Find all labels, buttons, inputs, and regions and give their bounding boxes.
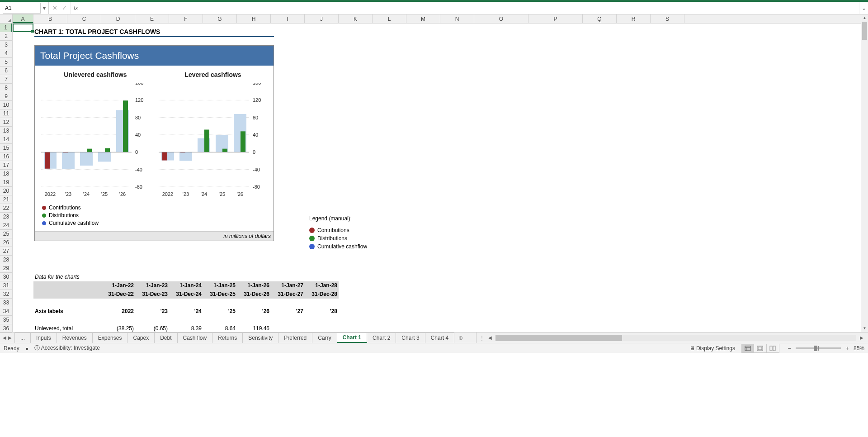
cells-area[interactable]: CHART 1: TOTAL PROJECT CASHFLOWS Total P…	[13, 24, 861, 332]
data-cell[interactable]: '24	[169, 307, 203, 316]
tab-nav-prev-icon[interactable]: ◀	[3, 335, 6, 340]
row-header[interactable]: 19	[0, 178, 12, 187]
zoom-level[interactable]: 85%	[854, 345, 864, 352]
row-header[interactable]: 22	[0, 204, 12, 213]
zoom-out-button[interactable]: −	[786, 345, 793, 352]
data-cell[interactable]: (38.25)	[101, 324, 135, 332]
data-cell[interactable]: 31-Dec-26	[237, 290, 271, 299]
row-header[interactable]: 34	[0, 307, 12, 316]
row-header[interactable]: 5	[0, 58, 12, 66]
zoom-in-button[interactable]: +	[844, 345, 851, 352]
row-header[interactable]: 29	[0, 264, 12, 273]
name-box-dropdown[interactable]: ▾	[41, 5, 48, 11]
column-header[interactable]: N	[440, 14, 474, 23]
scroll-up-icon[interactable]: ▲	[861, 14, 868, 22]
row-header[interactable]: 11	[0, 109, 12, 118]
data-cell[interactable]: 1-Jan-23	[135, 281, 169, 290]
column-header[interactable]: E	[135, 14, 169, 23]
data-cell[interactable]: 31-Dec-22	[101, 290, 135, 299]
row-header[interactable]: 3	[0, 41, 12, 49]
row-header[interactable]: 35	[0, 316, 12, 324]
column-header[interactable]: L	[373, 14, 406, 23]
sheet-tab[interactable]: Chart 2	[367, 332, 396, 343]
row-header[interactable]: 20	[0, 187, 12, 195]
display-settings-button[interactable]: 🖥 Display Settings	[689, 345, 735, 352]
horizontal-scrollbar[interactable]: ⋮ ◀ ▶	[476, 332, 868, 343]
row-header[interactable]: 33	[0, 299, 12, 307]
column-header[interactable]: Q	[583, 14, 617, 23]
row-header[interactable]: 17	[0, 161, 12, 170]
row-header[interactable]: 15	[0, 144, 12, 152]
row-header[interactable]: 9	[0, 92, 12, 101]
data-cell[interactable]: 31-Dec-24	[169, 290, 203, 299]
column-header[interactable]: K	[339, 14, 373, 23]
row-header[interactable]: 6	[0, 66, 12, 75]
data-cell[interactable]: Data for the charts	[33, 273, 124, 281]
row-header[interactable]: 8	[0, 84, 12, 92]
data-cell[interactable]: Axis labels	[33, 307, 88, 316]
column-header[interactable]: F	[169, 14, 203, 23]
sheet-tab[interactable]: Chart 4	[425, 332, 454, 343]
data-cell[interactable]: 1-Jan-26	[237, 281, 271, 290]
row-header[interactable]: 26	[0, 238, 12, 247]
sheet-tab[interactable]: Carry	[312, 332, 337, 343]
column-header[interactable]: A	[13, 14, 33, 23]
row-header[interactable]: 32	[0, 290, 12, 299]
row-header[interactable]: 18	[0, 170, 12, 178]
sheet-tab[interactable]: Preferred	[278, 332, 312, 343]
row-header[interactable]: 4	[0, 49, 12, 58]
sheet-tab[interactable]: Chart 3	[396, 332, 425, 343]
scroll-left-icon[interactable]: ◀	[486, 335, 494, 340]
zoom-slider[interactable]	[796, 347, 841, 349]
fx-icon[interactable]: fx	[71, 5, 80, 11]
row-header[interactable]: 7	[0, 75, 12, 84]
row-header[interactable]: 1	[0, 24, 12, 32]
row-header[interactable]: 16	[0, 152, 12, 161]
data-cell[interactable]: 31-Dec-28	[305, 290, 339, 299]
row-header[interactable]: 25	[0, 230, 12, 238]
sheet-tab[interactable]: Inputs	[31, 332, 57, 343]
chart-panel[interactable]: Total Project Cashflows Unlevered cashfl…	[34, 45, 274, 241]
data-cell[interactable]: Unlevered, total	[33, 324, 97, 332]
accessibility-status[interactable]: ⓘ Accessibility: Investigate	[34, 344, 100, 352]
data-cell[interactable]: '28	[305, 307, 339, 316]
data-cell[interactable]: (0.65)	[135, 324, 169, 332]
column-header[interactable]: P	[528, 14, 583, 23]
view-page-break-button[interactable]	[767, 344, 779, 353]
column-header[interactable]: H	[237, 14, 271, 23]
sheet-tab[interactable]: Capex	[127, 332, 155, 343]
scroll-right-icon[interactable]: ▶	[858, 335, 865, 340]
macro-record-icon[interactable]	[26, 345, 28, 352]
row-header[interactable]: 12	[0, 118, 12, 127]
data-cell[interactable]: 31-Dec-23	[135, 290, 169, 299]
row-header[interactable]: 21	[0, 195, 12, 204]
column-header[interactable]: J	[305, 14, 339, 23]
data-cell[interactable]: 1-Jan-27	[271, 281, 305, 290]
confirm-icon[interactable]: ✓	[62, 5, 67, 11]
column-header[interactable]: G	[203, 14, 237, 23]
sheet-tab[interactable]: Returns	[212, 332, 243, 343]
row-header[interactable]: 10	[0, 101, 12, 109]
data-cell[interactable]: 8.64	[203, 324, 237, 332]
view-page-layout-button[interactable]	[754, 344, 767, 353]
row-header[interactable]: 27	[0, 247, 12, 256]
formula-input[interactable]	[80, 3, 859, 14]
row-header[interactable]: 24	[0, 221, 12, 230]
row-header[interactable]: 31	[0, 281, 12, 290]
data-cell[interactable]: 1-Jan-25	[203, 281, 237, 290]
row-header[interactable]: 23	[0, 213, 12, 221]
data-cell[interactable]: '25	[203, 307, 237, 316]
sheet-tab[interactable]: Expenses	[93, 332, 128, 343]
chart-block[interactable]: CHART 1: TOTAL PROJECT CASHFLOWS Total P…	[34, 28, 274, 241]
column-header[interactable]: D	[101, 14, 135, 23]
sheet-tab[interactable]: Debt	[155, 332, 177, 343]
column-header[interactable]: S	[651, 14, 684, 23]
hscroll-track[interactable]	[495, 335, 856, 341]
add-sheet-button[interactable]: ⊕	[454, 332, 467, 343]
data-cell[interactable]: '27	[271, 307, 305, 316]
sheet-tab[interactable]: ...	[15, 332, 31, 343]
data-cell[interactable]: 31-Dec-27	[271, 290, 305, 299]
row-header[interactable]: 28	[0, 256, 12, 264]
row-header[interactable]: 2	[0, 32, 12, 41]
data-cell[interactable]: 1-Jan-24	[169, 281, 203, 290]
